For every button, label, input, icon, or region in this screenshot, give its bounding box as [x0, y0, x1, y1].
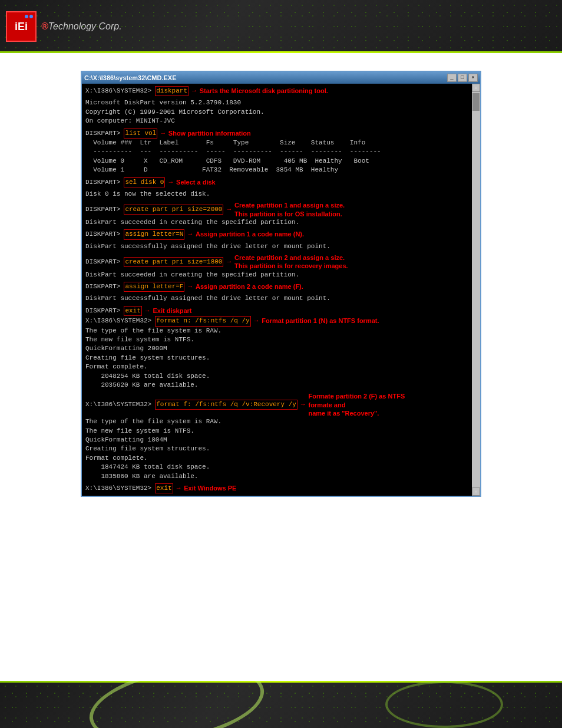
table-header: Volume ### Ltr Label Fs Type Size Status…: [85, 139, 470, 147]
line-formatF-2: The new file system is NTFS.: [85, 427, 470, 436]
terminal-container: C:\X:\I386\system32\CMD.EXE _ □ × X:\I38…: [81, 71, 481, 497]
arrow-exitdiskpart: →: [146, 307, 150, 315]
line-createpart1: DISKPART> create part pri size=2000 → Cr…: [85, 201, 470, 218]
line-disk0selected: Disk 0 is now the selected disk.: [85, 190, 470, 199]
line-computer: On computer: MININT-JVC: [85, 117, 470, 126]
cmd-exitdiskpart: exit: [124, 306, 141, 316]
logo-dot-1: [25, 15, 28, 18]
line-formatN-3: QuickFormatting 2000M: [85, 344, 470, 353]
line-listvol: DISKPART> list vol → Show partition info…: [85, 129, 470, 139]
arrow-exit: →: [177, 484, 181, 493]
line-formatF-1: The type of the file system is RAW.: [85, 417, 470, 426]
terminal-maximize-btn[interactable]: □: [458, 74, 467, 82]
terminal-body: X:\I386\SYSTEM32>diskpart → Starts the M…: [82, 84, 480, 496]
registered-mark: ®: [41, 21, 48, 31]
line-createpart2: DISKPART> create part pri size=1800 → Cr…: [85, 253, 470, 271]
cmd-exit: exit: [155, 483, 173, 493]
line-createpart2-result: DiskPart succeeded in creating the speci…: [85, 271, 470, 279]
line-formatF-5: Format complete.: [85, 454, 470, 463]
prompt-seldisk: DISKPART>: [85, 178, 120, 187]
prompt-1: X:\I386\SYSTEM32>: [85, 87, 151, 95]
scrollbar-thumb[interactable]: [472, 93, 480, 111]
prompt-exit: X:\I386\SYSTEM32>: [85, 484, 151, 493]
logo-box: iEi: [6, 11, 37, 42]
line-formatN-2: The new file system is NTFS.: [85, 335, 470, 344]
line-assignN: DISKPART> assign letter=N → Assign parti…: [85, 229, 470, 239]
terminal-titlebar: C:\X:\I386\system32\CMD.EXE _ □ ×: [82, 72, 480, 84]
annotation-createpart1: Create partition 1 and assign a size.Thi…: [234, 201, 345, 218]
terminal-window: C:\X:\I386\system32\CMD.EXE _ □ × X:\I38…: [81, 71, 481, 497]
annotation-diskpart: Starts the Microsoft disk partitioning t…: [200, 87, 328, 95]
line-createpart1-result: DiskPart succeeded in creating the speci…: [85, 218, 470, 227]
logo-dot-2: [29, 15, 33, 18]
arrow-createpart1: →: [227, 205, 231, 214]
logo-area: iEi ®Technology Corp.: [6, 11, 122, 42]
cmd-seldisk: sel disk 0: [124, 177, 165, 187]
line-diskpart: X:\I386\SYSTEM32>diskpart → Starts the M…: [85, 86, 470, 96]
cmd-diskpart: diskpart: [155, 86, 189, 96]
cmd-assignN: assign letter=N: [124, 229, 184, 239]
prompt-formatF: X:\I386\SYSTEM32>: [85, 400, 151, 409]
cmd-listvol: list vol: [124, 129, 157, 139]
line-formatN-1: The type of the file system is RAW.: [85, 327, 470, 335]
scrollbar[interactable]: ▲ ▼: [472, 84, 480, 496]
footer-curve-2: [385, 681, 503, 728]
terminal-minimize-btn[interactable]: _: [447, 74, 457, 82]
cmd-formatF: format f: /fs:ntfs /q /v:Recovery /y: [155, 400, 297, 410]
line-assignN-result: DiskPart successfully assigned the drive…: [85, 242, 470, 251]
line-formatN-5: Format complete.: [85, 363, 470, 371]
line-exitdiskpart: DISKPART> exit → Exit diskpart: [85, 306, 470, 316]
line-formatN-6: 2048254 KB total disk space.: [85, 372, 470, 381]
annotation-formatN: Format partition 1 (N) as NTFS format.: [262, 317, 379, 325]
line-formatN: X:\I386\SYSTEM32>format n: /fs:ntfs /q /…: [85, 316, 470, 326]
line-assignF-result: DiskPart successfully assigned the drive…: [85, 294, 470, 303]
annotation-createpart2: Create partition 2 and assign a size.Thi…: [234, 253, 348, 271]
line-formatF: X:\I386\SYSTEM32>format f: /fs:ntfs /q /…: [85, 392, 470, 417]
logo-dots: [25, 15, 33, 18]
table-row-1: Volume 1 D FAT32 Removeable 3854 MB Heal…: [85, 166, 470, 174]
arrow-assignF: →: [188, 282, 192, 291]
prompt-createpart1: DISKPART>: [85, 205, 120, 214]
header: iEi ®Technology Corp.: [0, 0, 562, 53]
line-formatN-7: 2035620 KB are available.: [85, 381, 470, 390]
line-formatF-7: 1835860 KB are available.: [85, 472, 470, 481]
logo-text-iei: iEi: [15, 21, 28, 33]
cmd-assignF: assign letter=F: [124, 282, 184, 292]
footer-curve-1: [84, 681, 270, 728]
annotation-assignF: Assign partition 2 a code name (F).: [196, 282, 303, 291]
line-formatF-4: Creating file system structures.: [85, 444, 470, 453]
prompt-assignF: DISKPART>: [85, 282, 120, 291]
arrow-seldisk: →: [168, 178, 173, 187]
prompt-formatN: X:\I386\SYSTEM32>: [85, 317, 151, 325]
logo-tagline: ®Technology Corp.: [41, 21, 122, 32]
line-formatF-3: QuickFormatting 1804M: [85, 436, 470, 444]
prompt-listvol: DISKPART>: [85, 129, 120, 138]
terminal-title: C:\X:\I386\system32\CMD.EXE: [84, 74, 177, 81]
line-exit: X:\I386\SYSTEM32>exit → Exit Windows PE: [85, 483, 470, 493]
arrow-assignN: →: [188, 230, 192, 239]
line-formatN-4: Creating file system structures.: [85, 354, 470, 363]
scrollbar-up-btn[interactable]: ▲: [472, 84, 480, 92]
arrow-formatF: →: [301, 400, 305, 409]
table-sep: ---------- --- ---------- ----- --------…: [85, 147, 470, 156]
scrollbar-down-btn[interactable]: ▼: [472, 487, 480, 496]
footer: [0, 681, 562, 728]
line-copyright: Copyright (C) 1999-2001 Microsoft Corpor…: [85, 108, 470, 117]
arrow-listvol: →: [161, 129, 165, 138]
cmd-formatN: format n: /fs:ntfs /q /y: [155, 316, 250, 326]
table-row-0: Volume 0 X CD_ROM CDFS DVD-ROM 405 MB He…: [85, 157, 470, 166]
annotation-exitdiskpart: Exit diskpart: [153, 307, 191, 315]
annotation-seldisk: Select a disk: [176, 178, 216, 187]
annotation-assignN: Assign partition 1 a code name (N).: [196, 230, 304, 239]
line-assignF: DISKPART> assign letter=F → Assign parti…: [85, 282, 470, 292]
line-seldisk: DISKPART> sel disk 0 → Select a disk: [85, 177, 470, 187]
annotation-exit: Exit Windows PE: [184, 484, 236, 493]
cmd-createpart1: create part pri size=2000: [124, 205, 223, 215]
terminal-close-btn[interactable]: ×: [468, 74, 478, 82]
line-version: Microsoft DiskPart version 5.2.3790.1830: [85, 98, 470, 107]
arrow-formatN: →: [254, 317, 259, 325]
prompt-createpart2: DISKPART>: [85, 258, 120, 266]
prompt-exitdiskpart: DISKPART>: [85, 307, 120, 315]
cmd-createpart2: create part pri size=1800: [124, 257, 223, 267]
main-content: C:\X:\I386\system32\CMD.EXE _ □ × X:\I38…: [0, 53, 562, 681]
